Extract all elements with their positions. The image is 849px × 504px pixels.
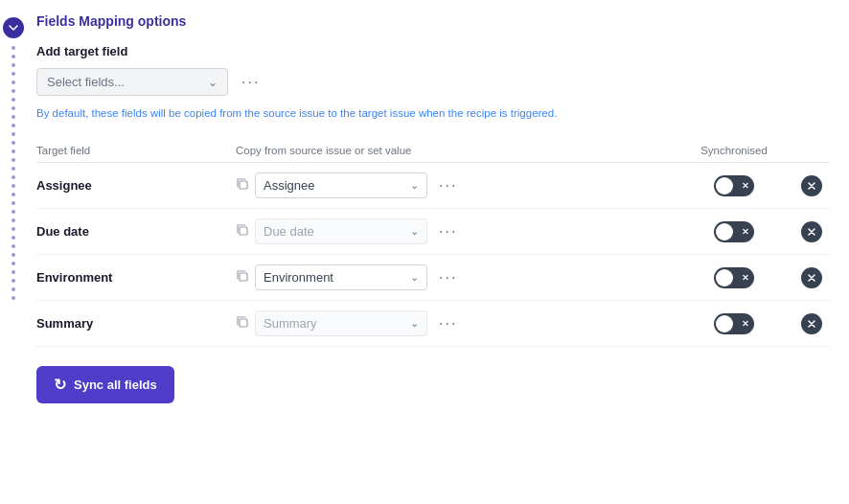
toggle-ball	[716, 269, 733, 286]
options-menu-button[interactable]: ···	[236, 70, 265, 95]
row-options-button[interactable]: ···	[433, 265, 463, 290]
target-field-name: Assignee	[36, 178, 92, 193]
sync-toggle[interactable]: ✕	[714, 175, 754, 196]
copy-icon	[236, 223, 249, 240]
copy-icon	[236, 177, 249, 194]
svg-rect-1	[240, 227, 247, 235]
svg-rect-2	[240, 273, 247, 281]
toggle-off-icon: ✕	[742, 227, 749, 237]
chevron-down-icon: ⌄	[410, 317, 419, 330]
target-field-cell: Assignee	[36, 163, 228, 209]
toggle-off-icon: ✕	[742, 181, 749, 191]
target-field-cell: Due date	[36, 209, 228, 255]
row-options-button[interactable]: ···	[433, 173, 463, 198]
table-row: Assignee Assignee ⌄ ··· ✕	[36, 163, 830, 209]
select-fields-row: Select fields... ⌄ ···	[36, 68, 830, 96]
copy-value-text: Assignee	[264, 178, 404, 193]
row-options-button[interactable]: ···	[433, 219, 463, 244]
table-row: Summary Summary ⌄ ··· ✕	[36, 301, 830, 347]
copy-field-cell: Due date ⌄ ···	[228, 209, 677, 255]
col-header-actions	[792, 139, 830, 163]
copy-field-cell: Environment ⌄ ···	[228, 255, 677, 301]
copy-icon	[236, 315, 249, 332]
sync-button-label: Sync all fields	[74, 378, 157, 392]
remove-row-button[interactable]	[801, 313, 822, 334]
chevron-down-icon: ⌄	[410, 271, 419, 284]
fields-table: Target field Copy from source issue or s…	[36, 139, 830, 347]
chevron-down-icon: ⌄	[410, 179, 419, 192]
copy-value-text: Environment	[264, 270, 404, 285]
toggle-off-icon: ✕	[742, 319, 749, 329]
remove-cell	[792, 301, 830, 347]
sync-toggle[interactable]: ✕	[714, 221, 754, 242]
collapse-chevron[interactable]	[3, 17, 24, 38]
row-options-button[interactable]: ···	[433, 311, 463, 336]
col-header-copy: Copy from source issue or set value	[228, 139, 677, 163]
target-field-cell: Environment	[36, 255, 228, 301]
sync-toggle[interactable]: ✕	[714, 267, 754, 288]
sync-toggle-cell: ✕	[677, 209, 792, 255]
copy-value-select[interactable]: Summary ⌄	[255, 310, 427, 336]
remove-cell	[792, 255, 830, 301]
copy-field-cell: Assignee ⌄ ···	[228, 163, 677, 209]
sync-toggle-cell: ✕	[677, 163, 792, 209]
copy-value-select[interactable]: Assignee ⌄	[255, 172, 427, 198]
col-header-target: Target field	[36, 139, 228, 163]
info-text: By default, these fields will be copied …	[36, 105, 830, 122]
remove-row-button[interactable]	[801, 221, 822, 242]
svg-rect-0	[240, 181, 247, 189]
select-fields-placeholder: Select fields...	[47, 75, 202, 89]
select-fields-dropdown[interactable]: Select fields... ⌄	[36, 68, 228, 96]
toggle-ball	[716, 315, 733, 332]
remove-cell	[792, 163, 830, 209]
copy-value-select[interactable]: Environment ⌄	[255, 264, 427, 290]
col-header-sync: Synchronised	[677, 139, 792, 163]
sync-all-fields-button[interactable]: ↻ Sync all fields	[36, 366, 174, 403]
section-title: Fields Mapping options	[36, 13, 830, 29]
toggle-ball	[716, 177, 733, 195]
sync-toggle[interactable]: ✕	[714, 313, 754, 334]
remove-row-button[interactable]	[801, 267, 822, 288]
remove-row-button[interactable]	[801, 175, 822, 196]
svg-rect-3	[240, 319, 247, 327]
toggle-ball	[716, 223, 733, 241]
target-field-cell: Summary	[36, 301, 228, 347]
table-row: Environment Environment ⌄ ··· ✕	[36, 255, 830, 301]
sidebar	[0, 0, 27, 504]
copy-icon	[236, 269, 249, 286]
sync-toggle-cell: ✕	[677, 255, 792, 301]
copy-field-cell: Summary ⌄ ···	[228, 301, 677, 347]
remove-cell	[792, 209, 830, 255]
target-field-name: Due date	[36, 224, 89, 239]
table-row: Due date Due date ⌄ ··· ✕	[36, 209, 830, 255]
main-content: Fields Mapping options Add target field …	[27, 0, 849, 504]
toggle-off-icon: ✕	[742, 273, 749, 283]
target-field-name: Environment	[36, 270, 112, 285]
chevron-down-icon: ⌄	[208, 76, 218, 89]
copy-value-select[interactable]: Due date ⌄	[255, 218, 427, 244]
copy-value-text: Due date	[264, 224, 404, 239]
sync-icon: ↻	[54, 376, 66, 394]
copy-value-text: Summary	[264, 316, 404, 331]
sync-toggle-cell: ✕	[677, 301, 792, 347]
chevron-down-icon: ⌄	[410, 225, 419, 238]
add-target-label: Add target field	[36, 44, 830, 58]
sidebar-dots	[11, 46, 15, 504]
target-field-name: Summary	[36, 316, 93, 331]
